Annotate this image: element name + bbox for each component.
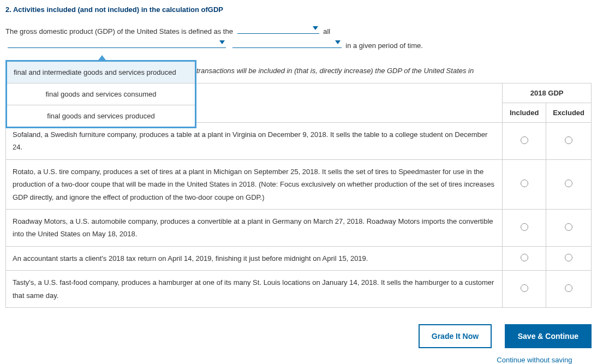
radio-excluded[interactable] [565, 180, 572, 187]
blank-dropdown-3[interactable] [232, 39, 342, 48]
table-row: Rotato, a U.S. tire company, produces a … [6, 159, 592, 209]
radio-excluded[interactable] [565, 136, 572, 144]
intro-part1: The gross domestic product (GDP) of the … [5, 27, 233, 35]
blank-dropdown-1[interactable] [237, 25, 319, 34]
col-group-gdp: 2018 GDP [503, 83, 592, 103]
footer-buttons: Grade It Now Save & Continue Continue wi… [5, 324, 592, 364]
chevron-down-icon [335, 40, 341, 44]
radio-included[interactable] [521, 180, 528, 187]
grade-button[interactable]: Grade It Now [419, 324, 492, 348]
radio-included[interactable] [521, 254, 528, 261]
prompt-text: transactions will be included in (that i… [196, 67, 474, 75]
scenario-cell: Rotato, a U.S. tire company, produces a … [6, 159, 503, 209]
prompt-partial: transactions will be included in (that i… [196, 67, 592, 75]
dropdown-option-2[interactable]: final goods and services produced [7, 105, 195, 127]
intro-sentence: The gross domestic product (GDP) of the … [5, 25, 592, 53]
question-title: 2. Activities included (and not included… [5, 5, 592, 14]
scenario-cell: Tasty's, a U.S. fast-food company, produ… [6, 271, 503, 308]
table-row: Tasty's, a U.S. fast-food company, produ… [6, 271, 592, 308]
intro-all: all [323, 27, 330, 35]
col-excluded: Excluded [546, 103, 592, 123]
dropdown-menu[interactable]: final and intermediate goods and service… [5, 60, 196, 128]
continue-without-saving-link[interactable]: Continue without saving [494, 356, 575, 364]
col-included: Included [503, 103, 546, 123]
scenario-cell: Roadway Motors, a U.S. automobile compan… [6, 209, 503, 246]
radio-included[interactable] [521, 284, 528, 292]
radio-included[interactable] [521, 136, 528, 144]
radio-excluded[interactable] [565, 254, 572, 261]
dropdown-option-0[interactable]: final and intermediate goods and service… [7, 62, 195, 83]
chevron-down-icon [313, 26, 318, 30]
chevron-down-icon [219, 40, 225, 44]
table-row: An accountant starts a client's 2018 tax… [6, 246, 592, 270]
table-row: Roadway Motors, a U.S. automobile compan… [6, 209, 592, 246]
radio-excluded[interactable] [565, 284, 572, 292]
intro-part2: in a given period of time. [345, 41, 423, 50]
save-continue-button[interactable]: Save & Continue [505, 324, 592, 348]
blank-dropdown-2[interactable] [8, 39, 226, 48]
radio-excluded[interactable] [565, 223, 572, 231]
scenario-cell: An accountant starts a client's 2018 tax… [6, 246, 503, 270]
dropdown-option-1[interactable]: final goods and services consumed [7, 83, 195, 105]
radio-included[interactable] [521, 223, 528, 231]
